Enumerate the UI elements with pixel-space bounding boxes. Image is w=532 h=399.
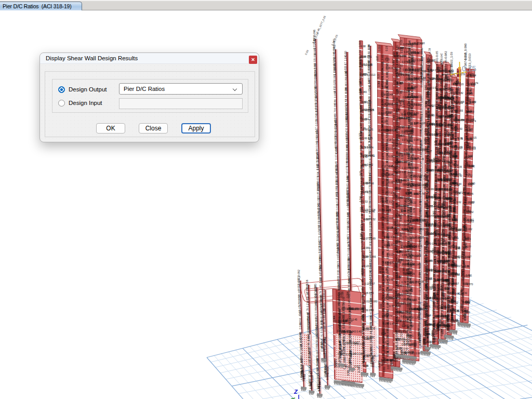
svg-text:0.073: 0.073 [318,378,321,385]
svg-text:0.058: 0.058 [459,119,465,122]
svg-text:0.058_0.62: 0.058_0.62 [419,123,422,137]
svg-text:0.83_0.096: 0.83_0.096 [369,279,373,292]
svg-text:0.71: 0.71 [455,257,460,259]
svg-text:0.37: 0.37 [313,59,316,64]
svg-text:0.080_0.24: 0.080_0.24 [345,154,349,167]
svg-text:0.86_0.72: 0.86_0.72 [409,337,412,348]
svg-text:0.055: 0.055 [441,321,444,328]
svg-text:0.33 0.025: 0.33 0.025 [340,353,352,356]
svg-text:0.77 0.43: 0.77 0.43 [415,42,425,45]
svg-text:1.06: 1.06 [427,191,430,196]
svg-text:0.035_0.090: 0.035_0.090 [337,247,340,262]
svg-text:0.26: 0.26 [361,56,366,58]
svg-text:0.27_0.24: 0.27_0.24 [418,240,421,251]
svg-text:0.043: 0.043 [315,141,318,148]
svg-text:0.072_0.45: 0.072_0.45 [367,65,370,79]
svg-text:0.58: 0.58 [389,227,394,229]
svg-text:0.029: 0.029 [437,239,440,246]
svg-text:0.22: 0.22 [400,331,403,337]
svg-text:0.76: 0.76 [413,208,416,213]
svg-text:0.088 0.085: 0.088 0.085 [350,353,364,355]
svg-text:0.064: 0.064 [438,194,441,201]
svg-text:0.33_0.19: 0.33_0.19 [317,215,321,227]
svg-text:0.066: 0.066 [333,315,336,322]
svg-text:0.017: 0.017 [455,265,461,268]
svg-text:0.91: 0.91 [464,265,470,268]
svg-text:0.62_0.034: 0.62_0.034 [419,143,422,157]
svg-text:0.045: 0.045 [419,190,422,196]
svg-text:0.082: 0.082 [466,228,472,231]
svg-text:0.36: 0.36 [455,292,460,295]
svg-text:0.98_0.60: 0.98_0.60 [308,336,311,348]
svg-text:0.69: 0.69 [409,351,414,354]
svg-text:0.022_1.03: 0.022_1.03 [450,52,453,67]
svg-text:0.23: 0.23 [364,265,369,268]
svg-text:0.44: 0.44 [450,313,454,318]
svg-text:0.020: 0.020 [301,370,304,377]
svg-text:0.52_0.016: 0.52_0.016 [386,351,389,364]
svg-text:0.74: 0.74 [469,99,472,104]
svg-text:0.056: 0.056 [380,359,383,366]
svg-text:0.97_1.01: 0.97_1.01 [437,218,441,230]
svg-text:0.042: 0.042 [469,165,475,168]
svg-text:0.43_0.18: 0.43_0.18 [319,278,322,290]
svg-text:0.66_0.28: 0.66_0.28 [344,88,348,100]
svg-text:0.053: 0.053 [428,72,431,78]
svg-text:0.85: 0.85 [404,200,407,205]
svg-text:0.70: 0.70 [334,110,337,115]
svg-text:0.24: 0.24 [368,211,371,217]
svg-text:0.54_0.20: 0.54_0.20 [437,200,441,212]
svg-text:0.070: 0.070 [467,283,473,286]
svg-text:0.44_0.015: 0.44_0.015 [369,323,373,337]
svg-text:0.095_0.95: 0.095_0.95 [333,68,336,81]
svg-text:0.09: 0.09 [304,49,309,56]
svg-text:0.57: 0.57 [454,283,459,285]
svg-text:0.086: 0.086 [467,193,473,195]
svg-text:0.84_0.021: 0.84_0.021 [345,115,348,129]
svg-text:0.57: 0.57 [425,262,429,267]
svg-text:0.98: 0.98 [362,361,365,367]
svg-text:0.60: 0.60 [457,175,462,177]
svg-text:0.83: 0.83 [382,367,385,373]
svg-text:0.86: 0.86 [323,322,326,327]
svg-text:0.97_0.51: 0.97_0.51 [368,151,371,163]
svg-text:0.014: 0.014 [368,119,371,126]
svg-text:0.062: 0.062 [308,365,311,371]
svg-text:0.69_0.072: 0.69_0.072 [419,216,422,229]
svg-text:0.94_0.069: 0.94_0.069 [439,123,442,137]
svg-text:0.53: 0.53 [363,201,368,203]
svg-text:0.010: 0.010 [313,53,316,60]
svg-text:0.067: 0.067 [369,216,372,222]
svg-text:0.042_0.056: 0.042_0.056 [439,99,442,114]
svg-text:Z: Z [294,389,298,395]
svg-text:0.75_0.78: 0.75_0.78 [428,48,431,60]
svg-text:0.23: 0.23 [400,40,403,45]
svg-text:0.86: 0.86 [400,217,402,222]
svg-text:0.96 0.75: 0.96 0.75 [354,343,365,345]
svg-text:0.071_0.087: 0.071_0.087 [368,177,371,192]
svg-text:0.65: 0.65 [310,371,313,377]
svg-text:0.63_0.044: 0.63_0.044 [346,175,349,189]
svg-text:0.45_1077_0.05: 0.45_1077_0.05 [315,15,326,33]
svg-text:0.033_0.47: 0.033_0.47 [368,137,371,151]
svg-text:0.025: 0.025 [333,81,336,87]
svg-text:0.059: 0.059 [460,304,463,311]
svg-text:0.32_0.29: 0.32_0.29 [440,60,443,72]
svg-text:0.54: 0.54 [401,210,406,212]
svg-text:0.068: 0.068 [438,167,441,174]
svg-text:0.97: 0.97 [376,56,379,61]
svg-text:0.12: 0.12 [468,155,473,157]
svg-text:0.91: 0.91 [414,122,419,125]
svg-text:0.035: 0.035 [368,205,371,212]
svg-text:0.68_0.19: 0.68_0.19 [369,222,372,234]
svg-text:0.040_0.83: 0.040_0.83 [438,144,442,157]
svg-text:0.056_0.075: 0.056_0.075 [315,105,318,121]
svg-text:0.17: 0.17 [389,254,394,256]
svg-text:0.75: 0.75 [462,64,476,73]
svg-text:0.69: 0.69 [362,118,367,121]
svg-text:0.074: 0.074 [468,183,474,185]
svg-text:0.087: 0.087 [392,59,395,65]
svg-text:1.03_0.71: 1.03_0.71 [318,225,321,237]
svg-text:0.058: 0.058 [334,91,337,98]
svg-text:0.029: 0.029 [315,119,318,126]
